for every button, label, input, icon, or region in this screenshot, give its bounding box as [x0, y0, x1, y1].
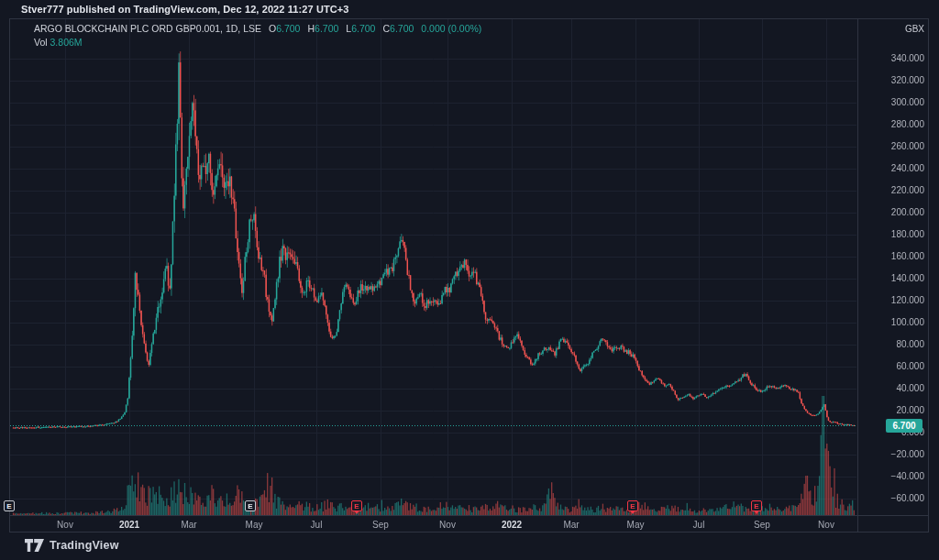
- time-tick-label: 2021: [109, 520, 149, 530]
- time-tick-label: 2022: [492, 520, 532, 530]
- price-tick-label: 140.000: [860, 273, 924, 283]
- price-tick-label: 180.000: [860, 229, 924, 239]
- symbol-title[interactable]: ARGO BLOCKCHAIN PLC ORD GBP0.001, 1D, LS…: [34, 22, 261, 35]
- price-tick-label: 300.000: [860, 97, 924, 107]
- page: Stver777 published on TradingView.com, D…: [0, 0, 939, 560]
- earnings-badge[interactable]: E: [245, 500, 256, 511]
- time-tick-label: May: [234, 520, 274, 530]
- time-tick-label: Mar: [169, 520, 209, 530]
- time-tick-label: Jul: [296, 520, 337, 530]
- time-tick-label: Sep: [742, 520, 782, 530]
- time-tick-label: Nov: [427, 520, 468, 530]
- price-tick-label: 40.000: [860, 383, 924, 393]
- published-bar: Stver777 published on TradingView.com, D…: [21, 4, 349, 15]
- volume-value: 3.806M: [50, 37, 83, 48]
- last-price-badge: 6.700: [886, 419, 922, 433]
- ohlc-close-value: 6.700: [390, 23, 414, 34]
- price-tick-label: 260.000: [860, 141, 924, 151]
- earnings-badge-notch: [630, 511, 635, 514]
- price-tick-label: 80.000: [860, 339, 924, 349]
- price-tick-label: 200.000: [860, 207, 924, 217]
- time-tick-label: Nov: [45, 520, 85, 530]
- chart-widget: [9, 18, 929, 533]
- price-tick-label: 160.000: [860, 251, 924, 261]
- earnings-badge-notch: [354, 511, 359, 514]
- ohlc-high: H6.700: [307, 22, 338, 35]
- tradingview-attribution[interactable]: TradingView: [25, 539, 119, 552]
- earnings-badge[interactable]: E: [351, 500, 362, 511]
- ohlc-close: C6.700: [382, 22, 414, 35]
- price-tick-label: 100.000: [860, 317, 924, 327]
- ohlc-open: O6.700: [269, 22, 300, 35]
- change-value: 0.000 (0.00%): [421, 22, 481, 35]
- price-tick-label: 220.000: [860, 185, 924, 195]
- symbol-legend: ARGO BLOCKCHAIN PLC ORD GBP0.001, 1D, LS…: [34, 22, 481, 49]
- time-tick-label: Nov: [806, 520, 846, 530]
- price-tick-label: 320.000: [860, 75, 924, 85]
- price-tick-label: 120.000: [860, 295, 924, 305]
- price-tick-label: 60.000: [860, 361, 924, 371]
- time-tick-label: May: [615, 520, 656, 530]
- price-tick-label: −60.000: [860, 493, 924, 503]
- time-tick-label: Mar: [551, 520, 591, 530]
- time-tick-label: Jul: [679, 520, 719, 530]
- tradingview-logo-icon: [25, 539, 44, 552]
- earnings-badge[interactable]: E: [751, 500, 762, 511]
- time-tick-label: Sep: [360, 520, 401, 530]
- ohlc-low: L6.700: [346, 22, 375, 35]
- price-axis-unit: GBX: [860, 24, 924, 34]
- ohlc-high-value: 6.700: [315, 23, 338, 34]
- volume-label: Vol: [34, 37, 48, 48]
- price-tick-label: −40.000: [860, 471, 924, 481]
- ohlc-low-value: 6.700: [351, 23, 375, 34]
- price-tick-label: 240.000: [860, 163, 924, 173]
- earnings-badge[interactable]: E: [4, 500, 15, 511]
- earnings-badge[interactable]: E: [627, 500, 638, 511]
- price-tick-label: 20.000: [860, 405, 924, 415]
- earnings-badge-notch: [754, 511, 759, 514]
- published-text: Stver777 published on TradingView.com, D…: [21, 4, 349, 15]
- price-tick-label: 280.000: [860, 119, 924, 129]
- price-tick-label: 340.000: [860, 53, 924, 63]
- tradingview-logo-text: TradingView: [50, 539, 119, 552]
- price-tick-label: −20.000: [860, 449, 924, 459]
- ohlc-open-value: 6.700: [276, 23, 300, 34]
